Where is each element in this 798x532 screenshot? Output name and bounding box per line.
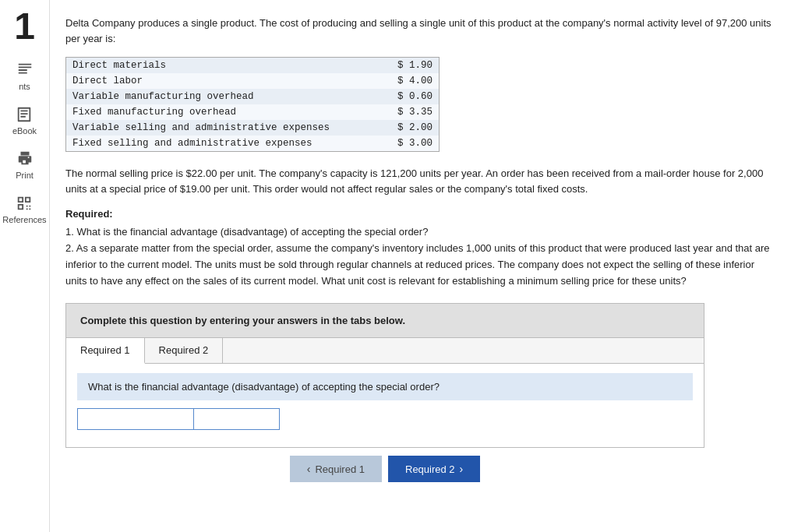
next-arrow-icon: › bbox=[460, 463, 464, 475]
sidebar-item-print[interactable]: Print bbox=[16, 150, 34, 180]
normal-selling-text: The normal selling price is $22.00 per u… bbox=[65, 166, 775, 197]
nav-buttons: ‹ Required 1 Required 2 › bbox=[65, 448, 704, 490]
note-icon bbox=[16, 61, 34, 79]
cost-row-label: Direct labor bbox=[66, 73, 376, 89]
cost-row-label: Fixed manufacturing overhead bbox=[66, 104, 376, 120]
complete-box-text: Complete this question by entering your … bbox=[80, 315, 405, 326]
sidebar-label-notes: nts bbox=[19, 82, 30, 91]
cost-row-value: $ 0.60 bbox=[376, 89, 439, 104]
tab-required-1[interactable]: Required 1 bbox=[66, 338, 145, 364]
sidebar-label-print: Print bbox=[16, 171, 34, 180]
next-button-label: Required 2 bbox=[405, 463, 455, 475]
sidebar-label-references: References bbox=[2, 215, 46, 224]
sidebar-label-ebook: eBook bbox=[12, 126, 37, 136]
answer-input-row bbox=[77, 408, 693, 430]
book-icon bbox=[15, 105, 34, 124]
cost-row-label: Variable selling and administrative expe… bbox=[66, 120, 376, 136]
sidebar-item-ebook[interactable]: eBook bbox=[12, 105, 37, 136]
cost-row-value: $ 4.00 bbox=[376, 73, 439, 89]
problem-intro: Delta Company produces a single product.… bbox=[65, 16, 775, 46]
main-content: Delta Company produces a single product.… bbox=[50, 0, 798, 532]
sidebar: 1 nts eBook Print References bbox=[0, 0, 50, 532]
cost-row-value: $ 1.90 bbox=[376, 58, 439, 73]
sidebar-item-notes[interactable]: nts bbox=[16, 61, 34, 91]
complete-question-box: Complete this question by entering your … bbox=[65, 303, 704, 338]
tab-question: What is the financial advantage (disadva… bbox=[77, 373, 693, 400]
print-icon bbox=[16, 150, 34, 168]
required-section: Required: 1. What is the financial advan… bbox=[65, 208, 775, 289]
sidebar-item-references[interactable]: References bbox=[2, 194, 46, 224]
required-items: 1. What is the financial advantage (disa… bbox=[65, 224, 775, 289]
cost-row-value: $ 3.35 bbox=[376, 104, 439, 120]
tabs-container: Required 1 Required 2 What is the financ… bbox=[65, 338, 704, 448]
prev-button[interactable]: ‹ Required 1 bbox=[290, 456, 382, 482]
answer-input-field-2[interactable] bbox=[194, 408, 280, 430]
cost-row-value: $ 2.00 bbox=[376, 120, 439, 136]
next-button[interactable]: Required 2 › bbox=[388, 456, 480, 482]
required-label: Required: bbox=[65, 208, 775, 220]
answer-input-field[interactable] bbox=[77, 408, 194, 430]
cost-row-label: Direct materials bbox=[66, 58, 376, 73]
cost-row-label: Fixed selling and administrative expense… bbox=[66, 136, 376, 151]
tab-content: What is the financial advantage (disadva… bbox=[66, 364, 704, 447]
cost-row-label: Variable manufacturing overhead bbox=[66, 89, 376, 104]
required-item-1: 1. What is the financial advantage (disa… bbox=[65, 224, 775, 241]
cost-table: Direct materials$ 1.90Direct labor$ 4.00… bbox=[65, 57, 440, 152]
prev-button-label: Required 1 bbox=[315, 463, 365, 475]
required-item-2: 2. As a separate matter from the special… bbox=[65, 241, 775, 289]
problem-number: 1 bbox=[14, 8, 35, 45]
cost-row-value: $ 3.00 bbox=[376, 136, 439, 151]
references-icon bbox=[15, 194, 34, 213]
prev-arrow-icon: ‹ bbox=[307, 463, 311, 475]
tabs-header: Required 1 Required 2 bbox=[66, 338, 704, 364]
tab-required-2[interactable]: Required 2 bbox=[145, 338, 224, 363]
